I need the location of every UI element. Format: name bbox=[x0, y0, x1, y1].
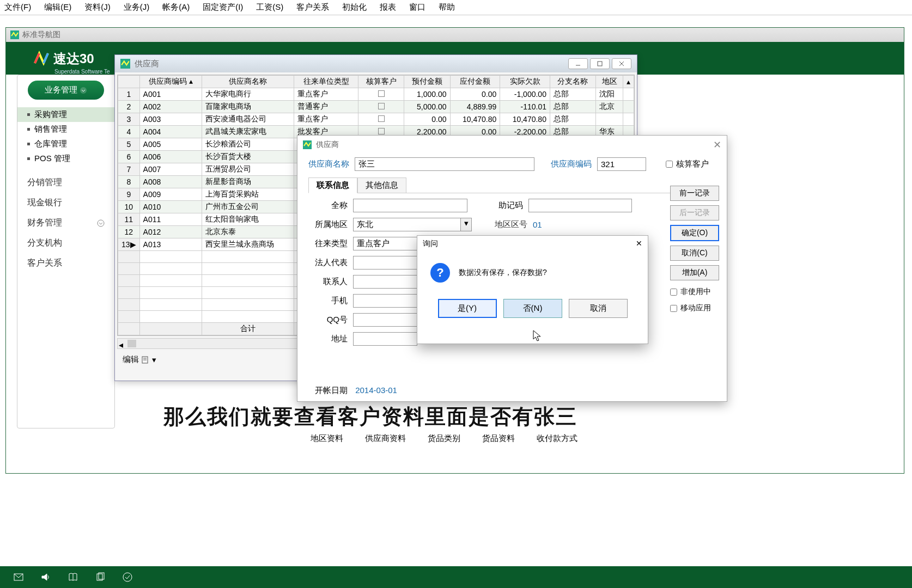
cell-code[interactable]: A001 bbox=[139, 88, 202, 101]
sidebar-section-finance[interactable]: 财务管理 bbox=[17, 213, 114, 233]
cell-pay[interactable]: 10,470.80 bbox=[450, 113, 500, 126]
menu-report[interactable]: 报表 bbox=[380, 2, 396, 13]
cell-name[interactable]: 西安凌通电器公司 bbox=[202, 113, 294, 126]
close-button[interactable]: ✕ bbox=[713, 139, 721, 151]
ok-button[interactable]: 确定(O) bbox=[670, 225, 719, 241]
close-button[interactable] bbox=[612, 58, 631, 69]
copy-icon[interactable] bbox=[95, 572, 106, 583]
cell-code[interactable]: A009 bbox=[139, 188, 202, 201]
cell-name[interactable]: 武昌城关康宏家电 bbox=[202, 126, 294, 138]
cell-chk[interactable] bbox=[358, 113, 404, 126]
sidebar-item-sales[interactable]: 销售管理 bbox=[17, 122, 114, 137]
cell-area[interactable]: 北京 bbox=[596, 101, 623, 113]
cell-type[interactable]: 重点客户 bbox=[294, 88, 358, 101]
cell-type[interactable]: 普通客户 bbox=[294, 101, 358, 113]
book-icon[interactable] bbox=[68, 572, 78, 583]
menu-fixedasset[interactable]: 固定资产(I) bbox=[203, 2, 243, 13]
confirm-titlebar[interactable]: 询问 ✕ bbox=[417, 236, 648, 252]
sidebar-main-button[interactable]: 业务管理 bbox=[28, 81, 104, 100]
cell-area[interactable] bbox=[596, 113, 623, 126]
cell-code[interactable]: A004 bbox=[139, 126, 202, 138]
tab-contact[interactable]: 联系信息 bbox=[308, 177, 357, 193]
cell-name[interactable]: 红太阳音响家电 bbox=[202, 213, 294, 226]
yes-button[interactable]: 是(Y) bbox=[438, 299, 497, 318]
input-contact[interactable] bbox=[353, 275, 417, 289]
nav-titlebar[interactable]: 标准导航图 bbox=[6, 28, 904, 42]
cell-area[interactable]: 沈阳 bbox=[596, 88, 623, 101]
cell-branch[interactable]: 总部 bbox=[550, 113, 595, 126]
cell-code[interactable]: A010 bbox=[139, 201, 202, 213]
col-prepay[interactable]: 预付金额 bbox=[404, 76, 450, 88]
menu-window[interactable]: 窗口 bbox=[409, 2, 425, 13]
menu-business[interactable]: 业务(J) bbox=[124, 2, 150, 13]
input-supplier-code[interactable] bbox=[597, 157, 646, 171]
cell-name[interactable]: 广州市五金公司 bbox=[202, 201, 294, 213]
col-debt[interactable]: 实际欠款 bbox=[500, 76, 550, 88]
cell-branch[interactable]: 总部 bbox=[550, 88, 595, 101]
sidebar-item-pos[interactable]: POS 管理 bbox=[17, 151, 114, 166]
cell-branch[interactable]: 总部 bbox=[550, 101, 595, 113]
cell-code[interactable]: A003 bbox=[139, 113, 202, 126]
checkbox-calc-customer[interactable] bbox=[666, 161, 673, 168]
add-button[interactable]: 增加(A) bbox=[670, 265, 719, 280]
link-area-data[interactable]: 地区资料 bbox=[311, 433, 343, 444]
menu-edit[interactable]: 编辑(E) bbox=[44, 2, 71, 13]
cell-chk[interactable] bbox=[358, 101, 404, 113]
table-row[interactable]: 3A003西安凌通电器公司重点客户0.0010,470.8010,470.80总… bbox=[118, 113, 634, 126]
cell-code[interactable]: A002 bbox=[139, 101, 202, 113]
cell-pay[interactable]: 4,889.99 bbox=[450, 101, 500, 113]
maximize-button[interactable] bbox=[590, 58, 610, 69]
cancel-button[interactable]: 取消(C) bbox=[670, 246, 719, 261]
close-button[interactable]: ✕ bbox=[636, 239, 642, 249]
cell-code[interactable]: A008 bbox=[139, 176, 202, 188]
cell-name[interactable]: 百隆家电商场 bbox=[202, 101, 294, 113]
checkbox-disabled[interactable] bbox=[670, 289, 677, 296]
input-supplier-name[interactable] bbox=[355, 157, 534, 171]
sidebar-section-distribution[interactable]: 分销管理 bbox=[17, 173, 114, 193]
link-supplier-data[interactable]: 供应商资料 bbox=[365, 433, 406, 444]
cell-prepay[interactable]: 0.00 bbox=[404, 113, 450, 126]
menu-file[interactable]: 文件(F) bbox=[4, 2, 31, 13]
col-area[interactable]: 地区 bbox=[596, 76, 623, 88]
col-type[interactable]: 往来单位类型 bbox=[294, 76, 358, 88]
no-button[interactable]: 否(N) bbox=[503, 299, 562, 318]
menu-account[interactable]: 帐务(A) bbox=[162, 2, 190, 13]
input-fullname[interactable] bbox=[353, 199, 467, 212]
cell-name[interactable]: 五洲贸易公司 bbox=[202, 163, 294, 176]
menu-data[interactable]: 资料(J) bbox=[84, 2, 111, 13]
col-name[interactable]: 供应商名称 bbox=[202, 76, 294, 88]
col-code[interactable]: 供应商编码 ▴ bbox=[139, 76, 202, 88]
menu-help[interactable]: 帮助 bbox=[439, 2, 455, 13]
cell-code[interactable]: A006 bbox=[139, 151, 202, 163]
main-menubar[interactable]: 文件(F) 编辑(E) 资料(J) 业务(J) 帐务(A) 固定资产(I) 工资… bbox=[0, 0, 912, 15]
dropdown-icon[interactable]: ▾ bbox=[152, 355, 156, 365]
table-row[interactable]: 2A002百隆家电商场普通客户5,000.004,889.99-110.01总部… bbox=[118, 101, 634, 113]
detail-titlebar[interactable]: 供应商 ✕ bbox=[297, 136, 727, 154]
menu-crm[interactable]: 客户关系 bbox=[296, 2, 329, 13]
input-type[interactable] bbox=[353, 237, 417, 250]
sound-icon[interactable] bbox=[40, 572, 51, 583]
menu-init[interactable]: 初始化 bbox=[342, 2, 367, 13]
cell-name[interactable]: 长沙百货大楼 bbox=[202, 151, 294, 163]
supplier-titlebar[interactable]: 供应商 bbox=[115, 55, 637, 72]
checkbox-mobile-app[interactable] bbox=[670, 305, 677, 312]
table-row[interactable]: 1A001大华家电商行重点客户1,000.000.00-1,000.00总部沈阳 bbox=[118, 88, 634, 101]
cell-prepay[interactable]: 1,000.00 bbox=[404, 88, 450, 101]
cell-prepay[interactable]: 5,000.00 bbox=[404, 101, 450, 113]
col-rowindex[interactable] bbox=[118, 76, 140, 88]
cell-name[interactable]: 长沙粮酒公司 bbox=[202, 138, 294, 151]
link-goods-category[interactable]: 货品类别 bbox=[428, 433, 460, 444]
input-legal[interactable] bbox=[353, 256, 417, 270]
minimize-button[interactable] bbox=[568, 58, 588, 69]
tab-other[interactable]: 其他信息 bbox=[357, 177, 406, 193]
link-payment-method[interactable]: 收付款方式 bbox=[537, 433, 577, 444]
checkbox-icon[interactable] bbox=[378, 90, 385, 97]
sidebar-item-purchase[interactable]: 采购管理 bbox=[17, 107, 114, 122]
input-addr[interactable] bbox=[353, 332, 417, 346]
mail-icon[interactable] bbox=[13, 572, 24, 583]
checkbox-icon[interactable] bbox=[378, 128, 385, 134]
input-mnemonic[interactable] bbox=[528, 199, 632, 212]
scroll-thumb[interactable] bbox=[127, 340, 136, 347]
cell-debt[interactable]: 10,470.80 bbox=[500, 113, 550, 126]
cell-debt[interactable]: -110.01 bbox=[500, 101, 550, 113]
